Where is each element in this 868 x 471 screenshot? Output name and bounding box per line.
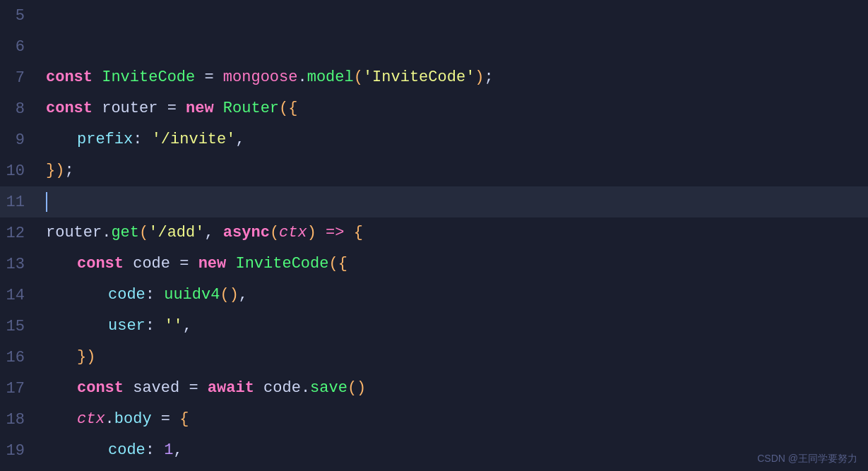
token-save: save	[310, 373, 347, 404]
token-comma1: ,	[235, 124, 244, 155]
token-string-invitecode: 'InviteCode'	[363, 62, 475, 93]
token-body: body	[114, 404, 152, 435]
token-invitecode2: InviteCode	[235, 249, 328, 280]
line-number-18: 18	[0, 404, 39, 435]
code-line-13: 13 const code = new InviteCode({	[0, 249, 868, 280]
token-eq2: =	[157, 93, 186, 124]
token-uuidv4: uuidv4	[164, 280, 220, 311]
token-code2: code	[263, 373, 301, 404]
code-line-5: 5	[0, 0, 868, 31]
token-eq5: =	[152, 404, 180, 435]
token-dot3: .	[301, 373, 310, 404]
token-const3: const	[77, 249, 133, 280]
token-colon2: :	[145, 280, 164, 311]
code-line-10: 10 });	[0, 155, 868, 186]
token-get: get	[111, 217, 139, 249]
token-saved: saved	[133, 373, 179, 404]
token-await: await	[208, 373, 263, 404]
watermark: CSDN @王同学要努力	[757, 453, 857, 465]
token-model: model	[307, 62, 354, 93]
code-line-12: 12 router.get('/add', async(ctx) => {	[0, 217, 868, 249]
code-line-15: 15 user: '',	[0, 311, 868, 342]
token-dot2: .	[102, 217, 111, 249]
token-brace2: {	[354, 217, 363, 249]
token-const: const	[46, 62, 102, 93]
token-brace4: {	[179, 404, 189, 435]
token-ctx: ctx	[279, 217, 307, 249]
token-eq3: =	[170, 249, 198, 280]
token-invitecode-var: InviteCode	[102, 62, 195, 93]
token-dot4: .	[105, 404, 114, 435]
line-content-10: });	[39, 155, 868, 186]
token-semi2: ;	[64, 155, 73, 186]
token-num1: 1	[164, 435, 173, 466]
line-content-15: user: '',	[39, 311, 868, 342]
token-eq: =	[195, 62, 223, 93]
token-semi1: ;	[484, 62, 494, 93]
token-invite-string: '/invite'	[152, 124, 236, 155]
line-number-9: 9	[0, 124, 39, 155]
code-line-19: 19 code: 1,	[0, 435, 868, 466]
token-paren6: ()	[220, 280, 238, 311]
text-cursor	[46, 192, 47, 212]
code-line-16: 16 })	[0, 342, 868, 373]
token-colon1: :	[133, 124, 151, 155]
token-add-string: '/add'	[148, 217, 204, 249]
token-paren4: (	[270, 217, 279, 249]
token-space2	[345, 217, 354, 249]
token-close-brace2: })	[77, 342, 95, 373]
line-number-10: 10	[0, 155, 39, 186]
code-line-9: 9 prefix: '/invite',	[0, 124, 868, 155]
code-line-17: 17 const saved = await code.save()	[0, 373, 868, 404]
line-content-7: const InviteCode = mongoose.model('Invit…	[39, 62, 868, 93]
line-content-8: const router = new Router({	[39, 93, 868, 124]
line-content-5	[39, 0, 868, 31]
token-paren5: )	[307, 217, 316, 249]
line-number-16: 16	[0, 342, 39, 373]
line-content-13: const code = new InviteCode({	[39, 249, 868, 280]
code-editor: 5 6 7 const InviteCode = mongoose.model(…	[0, 0, 868, 471]
token-mongoose: mongoose	[223, 62, 298, 93]
token-router-cls: Router	[223, 93, 279, 124]
token-eq4: =	[179, 373, 208, 404]
line-number-19: 19	[0, 435, 39, 466]
token-async: async	[223, 217, 270, 249]
line-content-18: ctx.body = {	[39, 404, 868, 435]
line-content-12: router.get('/add', async(ctx) => {	[39, 217, 868, 249]
line-content-11	[39, 186, 868, 217]
token-user-prop: user	[108, 311, 145, 342]
token-paren3: (	[139, 217, 148, 249]
line-number-6: 6	[0, 31, 39, 62]
token-router2: router	[46, 217, 102, 249]
token-colon4: :	[145, 435, 164, 466]
token-paren7: ()	[347, 373, 366, 404]
line-content-16: })	[39, 342, 868, 373]
token-comma3: ,	[239, 280, 248, 311]
code-line-7: 7 const InviteCode = mongoose.model('Inv…	[0, 62, 868, 93]
code-line-11[interactable]: 11	[0, 186, 868, 217]
line-number-8: 8	[0, 93, 39, 124]
token-empty-string: ''	[164, 311, 182, 342]
token-close-brace1: })	[46, 155, 64, 186]
line-number-11: 11	[0, 186, 39, 217]
line-number-17: 17	[0, 373, 39, 404]
line-content-9: prefix: '/invite',	[39, 124, 868, 155]
token-paren2: )	[475, 62, 484, 93]
token-colon3: :	[145, 311, 164, 342]
token-paren1: (	[354, 62, 363, 93]
token-code-prop: code	[108, 280, 145, 311]
line-content-14: code: uuidv4(),	[39, 280, 868, 311]
line-content-6	[39, 31, 868, 62]
line-number-5: 5	[0, 0, 39, 31]
line-number-13: 13	[0, 249, 39, 280]
token-code-var: code	[133, 249, 170, 280]
token-comma2: ,	[204, 217, 222, 249]
line-number-14: 14	[0, 280, 39, 311]
token-brace3: ({	[328, 249, 347, 280]
line-number-15: 15	[0, 311, 39, 342]
line-number-12: 12	[0, 217, 39, 249]
token-ctx2: ctx	[77, 404, 105, 435]
code-line-14: 14 code: uuidv4(),	[0, 280, 868, 311]
token-dot1: .	[297, 62, 307, 93]
token-router-var: router	[102, 93, 157, 124]
